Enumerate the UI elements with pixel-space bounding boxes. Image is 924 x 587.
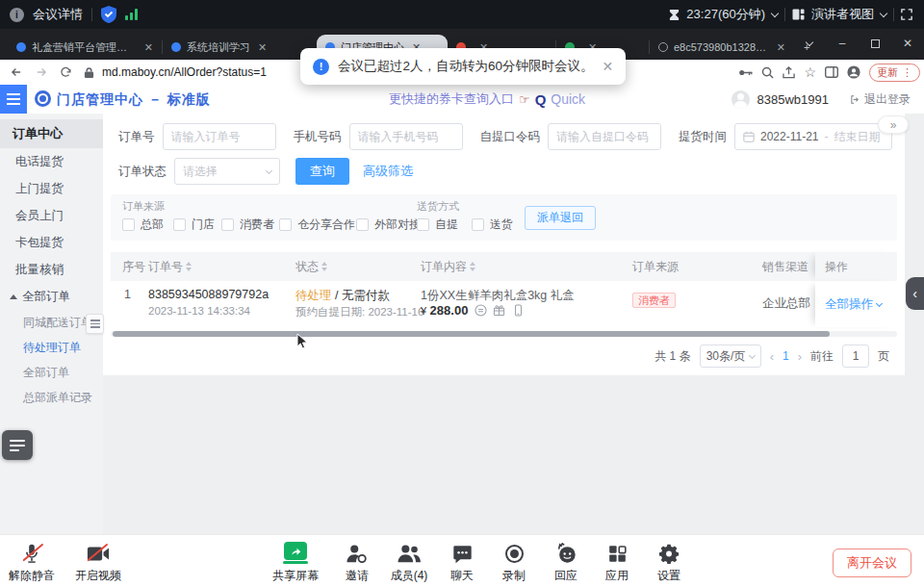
checkbox-icon[interactable] (221, 218, 234, 231)
record-button[interactable]: 录制 (487, 542, 541, 584)
annotation-tool-button[interactable] (2, 430, 33, 460)
horizontal-scrollbar-thumb[interactable] (113, 331, 830, 337)
security-shield-icon[interactable] (101, 6, 116, 23)
browser-menu-dots-icon[interactable]: ⋮ (902, 66, 912, 79)
chrome-update-button[interactable]: 更新 ⋮ (869, 64, 920, 82)
refresh-icon[interactable] (60, 66, 72, 79)
delivery-ship-checkbox[interactable]: 送货 (472, 217, 513, 233)
window-minimize-button[interactable]: – (826, 29, 859, 58)
apps-button[interactable]: 应用 (590, 542, 644, 584)
sidebar-item-phone-pickup[interactable]: 电话提货 (0, 148, 103, 175)
sort-icon[interactable] (470, 262, 475, 271)
pickup-code-input[interactable] (548, 123, 661, 150)
sidebar-toggle-button[interactable] (0, 85, 27, 114)
user-avatar[interactable] (732, 90, 750, 109)
current-page[interactable]: 1 (783, 349, 789, 363)
all-actions-dropdown[interactable]: 全部操作 (825, 296, 882, 313)
date-range-picker[interactable]: 2022-11-21 - 结束日期 (734, 123, 892, 150)
password-key-icon[interactable] (738, 68, 753, 77)
browser-tab-2[interactable]: 系统培训学习 ✕ (163, 35, 317, 60)
sidebar-sub-pending-orders[interactable]: 待处理订单 (0, 335, 103, 360)
fullscreen-icon[interactable] (901, 9, 912, 20)
checkbox-icon[interactable] (417, 218, 429, 231)
window-close-button[interactable]: ✕ (891, 29, 924, 58)
reactions-button[interactable]: 回应 (539, 542, 593, 584)
panel-collapse-button[interactable]: » (878, 115, 909, 134)
sidebar-item-member-visit[interactable]: 会员上门 (0, 202, 103, 229)
phone-input[interactable] (349, 123, 463, 150)
sidebar-item-batch-verify[interactable]: 批量核销 (0, 256, 103, 283)
bookmark-star-icon[interactable]: ☆ (804, 64, 816, 80)
mobile-icon[interactable] (512, 304, 525, 319)
search-button[interactable]: 查询 (295, 158, 349, 185)
back-icon[interactable] (10, 65, 23, 79)
order-no-input[interactable] (163, 123, 276, 150)
tab-close-icon[interactable]: ✕ (258, 41, 267, 54)
end-date-placeholder[interactable]: 结束日期 (834, 129, 881, 145)
quick-q-logo[interactable]: Q (535, 91, 547, 108)
browser-tab-6[interactable]: e8c573980b1328a258fd2e6 ✕ (650, 35, 794, 60)
unmute-button[interactable]: 解除静音 (5, 542, 59, 584)
sidebar-sub-all-orders[interactable]: 全部订单 (0, 360, 103, 385)
sort-icon[interactable] (186, 262, 192, 271)
checkbox-icon[interactable] (173, 218, 186, 231)
checkbox-icon[interactable] (279, 218, 292, 231)
page-size-select[interactable]: 30条/页 (700, 345, 761, 368)
sidebar-item-card-pickup[interactable]: 卡包提货 (0, 229, 103, 256)
source-external-checkbox[interactable]: 外部对接 (356, 217, 421, 233)
zoom-icon[interactable] (761, 66, 774, 79)
view-dropdown-icon[interactable] (880, 9, 887, 16)
delivery-pickup-checkbox[interactable]: 自提 (417, 217, 458, 233)
order-status-select[interactable]: 请选择 (174, 158, 280, 185)
quick-card-query-link[interactable]: 更快捷的券卡查询入口 (389, 90, 514, 108)
notification-close-icon[interactable]: ✕ (603, 59, 614, 74)
tab-close-icon[interactable]: ✕ (777, 41, 785, 54)
sidebar-item-all-orders[interactable]: 全部订单 (0, 283, 103, 310)
source-hq-checkbox[interactable]: 总部 (122, 217, 164, 233)
col-order-no[interactable]: 订单号 (148, 252, 192, 281)
members-button[interactable]: 成员(4) (382, 542, 436, 584)
chat-button[interactable]: 聊天 (435, 542, 489, 584)
view-mode-label[interactable]: 演讲者视图 (811, 6, 874, 23)
settings-button[interactable]: 设置 (642, 542, 696, 584)
share-screen-button[interactable]: 共享屏幕 (269, 542, 322, 584)
checkbox-icon[interactable] (356, 218, 369, 231)
source-warehouse-share-checkbox[interactable]: 仓分享合作 (279, 217, 355, 233)
col-content[interactable]: 订单内容 (421, 252, 475, 281)
leave-meeting-button[interactable]: 离开会议 (833, 549, 911, 577)
sidebar-item-door-pickup[interactable]: 上门提货 (0, 175, 103, 202)
advanced-filter-link[interactable]: 高级筛选 (363, 163, 413, 180)
meeting-info-icon[interactable]: i (10, 8, 24, 22)
prev-page-button[interactable]: ‹ (770, 349, 774, 364)
logout-button[interactable]: 退出登录 (850, 91, 911, 108)
invoice-icon[interactable] (475, 304, 487, 319)
sidebar-sub-hq-dispatch[interactable]: 总部派单记录 (0, 385, 103, 410)
timer-dropdown-icon[interactable] (771, 9, 779, 16)
next-page-button[interactable]: › (798, 349, 802, 364)
sort-icon[interactable] (321, 262, 327, 271)
source-consumer-checkbox[interactable]: 消费者 (221, 217, 274, 233)
browser-tab-1[interactable]: 礼盒营销平台管理中心 ✕ (8, 35, 162, 60)
checkbox-icon[interactable] (472, 218, 484, 231)
tab-close-icon[interactable]: ✕ (144, 41, 153, 54)
forward-icon[interactable] (35, 65, 48, 79)
sidebar-collapse-handle[interactable] (86, 314, 104, 334)
network-signal-icon[interactable] (125, 9, 138, 20)
horizontal-scrollbar-track[interactable] (111, 331, 897, 337)
invite-button[interactable]: 邀请 (330, 542, 384, 584)
start-date-value[interactable]: 2022-11-21 (760, 130, 819, 143)
col-status[interactable]: 状态 (295, 252, 327, 281)
start-video-button[interactable]: 开启视频 (71, 542, 125, 584)
url-address[interactable]: md.maboy.cn/AllOrder?status=1 (102, 65, 267, 79)
source-store-checkbox[interactable]: 门店 (173, 217, 215, 233)
goto-page-input[interactable] (842, 345, 869, 368)
meeting-details-label[interactable]: 会议详情 (33, 6, 83, 23)
share-icon[interactable] (783, 66, 795, 79)
side-panel-icon[interactable] (825, 66, 838, 78)
window-maximize-button[interactable] (859, 29, 891, 58)
gift-icon[interactable] (493, 304, 505, 319)
tab-search-icon[interactable] (793, 29, 826, 58)
checkbox-icon[interactable] (122, 218, 135, 231)
profile-avatar-icon[interactable] (847, 65, 860, 79)
quick-word[interactable]: Quick (551, 91, 585, 107)
